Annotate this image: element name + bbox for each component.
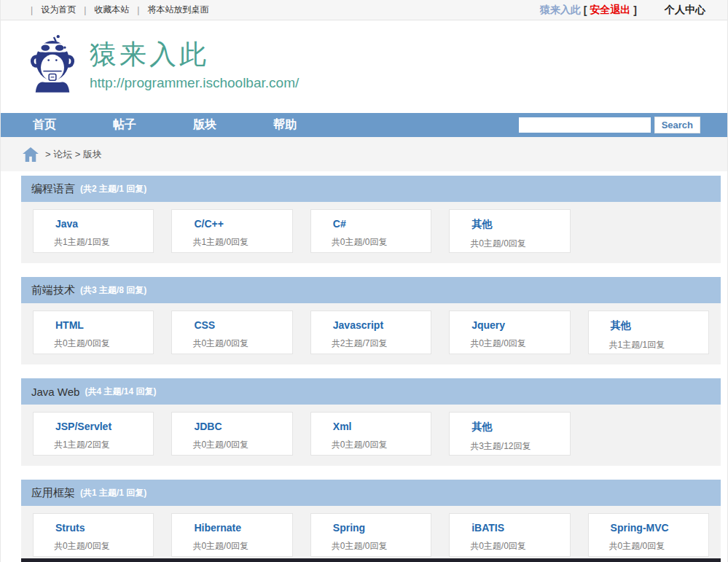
board-link[interactable]: Xml <box>333 421 431 432</box>
board-link[interactable]: HTML <box>55 319 153 331</box>
divider: | <box>84 5 86 15</box>
bookmark-site-link[interactable]: 收藏本站 <box>94 4 129 16</box>
board-count: 共0主题/0回复 <box>332 236 431 249</box>
board-count: 共2主题/7回复 <box>332 337 431 350</box>
section-title: Java Web <box>31 386 79 398</box>
top-utility-bar: | 设为首页 | 收藏本站 | 将本站放到桌面 猿来入此 [ 安全退出 ] 个人… <box>1 0 727 20</box>
board-count: 共0主题/0回复 <box>192 337 291 350</box>
section-title: 前端技术 <box>31 284 75 297</box>
board-count: 共0主题/0回复 <box>332 439 431 451</box>
board-count: 共1主题/2回复 <box>54 439 153 451</box>
footer-strip <box>21 558 721 562</box>
board-link[interactable]: 其他 <box>471 421 569 434</box>
breadcrumb: > 论坛 > 版块 <box>1 137 727 171</box>
board-count: 共1主题/1回复 <box>54 236 153 249</box>
section-stats: (共2 主题/1 回复) <box>80 183 146 195</box>
nav-item-help[interactable]: 帮助 <box>245 117 325 133</box>
section-body: Java 共1主题/1回复 C/C++ 共1主题/0回复 C# 共0主题/0回复… <box>21 202 721 263</box>
board-count: 共0主题/0回复 <box>54 540 153 553</box>
site-title: 猿来入此 <box>90 40 299 70</box>
board-card[interactable]: 其他 共1主题/1回复 <box>588 311 709 354</box>
board-count: 共1主题/1回复 <box>609 339 708 351</box>
board-section: 前端技术 (共3 主题/8 回复) HTML 共0主题/0回复 CSS 共0主题… <box>21 277 721 364</box>
board-card[interactable]: Javascript 共2主题/7回复 <box>310 311 431 354</box>
bracket-close: ] <box>633 4 637 16</box>
board-card[interactable]: iBATIS 共0主题/0回复 <box>449 513 570 557</box>
search-form: Search <box>519 117 700 133</box>
section-stats: (共1 主题/1 回复) <box>80 487 146 499</box>
board-link[interactable]: Javascript <box>333 319 431 331</box>
board-card[interactable]: Spring-MVC 共0主题/0回复 <box>588 513 709 557</box>
section-body: Struts 共0主题/0回复 Hibernate 共0主题/0回复 Sprin… <box>21 506 721 562</box>
board-sections: 编程语言 (共2 主题/1 回复) Java 共1主题/1回复 C/C++ 共1… <box>21 176 721 562</box>
board-link[interactable]: C# <box>333 218 431 230</box>
desktop-shortcut-link[interactable]: 将本站放到桌面 <box>147 4 208 16</box>
section-header: 前端技术 (共3 主题/8 回复) <box>21 277 721 303</box>
divider: | <box>137 5 139 15</box>
site-url: http://programmer.ischoolbar.com/ <box>90 75 299 91</box>
section-header: 编程语言 (共2 主题/1 回复) <box>21 176 721 202</box>
topbar-user-area: 猿来入此 [ 安全退出 ] 个人中心 <box>540 4 705 17</box>
board-link[interactable]: Hibernate <box>194 522 291 534</box>
breadcrumb-trail[interactable]: > 论坛 > 版块 <box>45 148 102 161</box>
bracket-open: [ <box>584 4 587 16</box>
divider: | <box>31 5 33 15</box>
board-link[interactable]: Java <box>55 218 153 230</box>
logout-link[interactable]: 安全退出 <box>590 4 630 17</box>
section-title: 应用框架 <box>31 486 75 500</box>
board-card[interactable]: C# 共0主题/0回复 <box>310 209 431 253</box>
home-icon[interactable] <box>23 147 39 162</box>
user-center-link[interactable]: 个人中心 <box>665 4 705 17</box>
board-count: 共0主题/0回复 <box>192 540 291 553</box>
board-card[interactable]: JDBC 共0主题/0回复 <box>171 412 292 456</box>
section-title: 编程语言 <box>31 182 75 196</box>
board-count: 共1主题/0回复 <box>192 236 291 249</box>
board-link[interactable]: CSS <box>194 319 291 331</box>
board-card[interactable]: Spring 共0主题/0回复 <box>310 513 431 557</box>
nav-item-boards[interactable]: 版块 <box>165 117 245 133</box>
board-link[interactable]: Struts <box>55 522 153 534</box>
board-link[interactable]: JDBC <box>194 421 291 432</box>
section-header: 应用框架 (共1 主题/1 回复) <box>21 480 721 506</box>
monkey-logo-icon <box>30 31 75 93</box>
board-count: 共0主题/0回复 <box>470 337 569 350</box>
board-link[interactable]: Jquery <box>471 319 569 331</box>
topbar-left-links: | 设为首页 | 收藏本站 | 将本站放到桌面 <box>23 4 208 16</box>
set-homepage-link[interactable]: 设为首页 <box>41 4 76 16</box>
site-header: 猿来入此 http://programmer.ischoolbar.com/ <box>1 20 727 113</box>
board-card[interactable]: CSS 共0主题/0回复 <box>171 311 292 354</box>
section-body: HTML 共0主题/0回复 CSS 共0主题/0回复 Javascript 共2… <box>21 303 721 364</box>
section-body: JSP/Servlet 共1主题/2回复 JDBC 共0主题/0回复 Xml 共… <box>21 405 721 466</box>
board-card[interactable]: Hibernate 共0主题/0回复 <box>171 513 292 557</box>
board-card[interactable]: Struts 共0主题/0回复 <box>33 513 154 557</box>
board-link[interactable]: 其他 <box>611 319 708 332</box>
board-card[interactable]: 其他 共0主题/0回复 <box>449 209 570 253</box>
search-button[interactable]: Search <box>654 117 700 133</box>
board-card[interactable]: 其他 共3主题/12回复 <box>449 412 570 456</box>
board-count: 共0主题/0回复 <box>470 238 569 250</box>
section-stats: (共3 主题/8 回复) <box>80 284 146 297</box>
section-stats: (共4 主题/14 回复) <box>85 386 156 398</box>
nav-item-home[interactable]: 首页 <box>4 117 85 133</box>
board-count: 共0主题/0回复 <box>609 540 708 553</box>
main-nav: 首页 帖子 版块 帮助 Search <box>1 113 727 137</box>
board-card[interactable]: HTML 共0主题/0回复 <box>33 311 154 354</box>
board-count: 共0主题/0回复 <box>192 439 291 451</box>
board-link[interactable]: JSP/Servlet <box>55 421 153 432</box>
search-input[interactable] <box>519 117 651 133</box>
board-card[interactable]: Jquery 共0主题/0回复 <box>449 311 570 354</box>
nav-item-posts[interactable]: 帖子 <box>85 117 165 133</box>
board-card[interactable]: Java 共1主题/1回复 <box>33 209 154 253</box>
board-link[interactable]: 其他 <box>471 218 569 231</box>
board-link[interactable]: iBATIS <box>471 522 569 534</box>
username-link[interactable]: 猿来入此 <box>540 4 581 17</box>
board-card[interactable]: JSP/Servlet 共1主题/2回复 <box>33 412 154 456</box>
board-card[interactable]: C/C++ 共1主题/0回复 <box>171 209 292 253</box>
site-title-block: 猿来入此 http://programmer.ischoolbar.com/ <box>90 31 299 91</box>
board-count: 共0主题/0回复 <box>54 337 153 350</box>
board-link[interactable]: Spring-MVC <box>611 522 708 534</box>
board-link[interactable]: Spring <box>333 522 431 534</box>
board-section: 编程语言 (共2 主题/1 回复) Java 共1主题/1回复 C/C++ 共1… <box>21 176 721 263</box>
board-link[interactable]: C/C++ <box>194 218 291 230</box>
board-card[interactable]: Xml 共0主题/0回复 <box>310 412 431 456</box>
